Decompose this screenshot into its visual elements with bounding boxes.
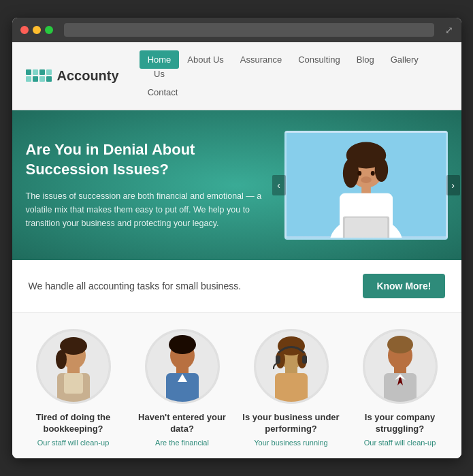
feature-card-2: Haven't entered your data? Are the finan… (132, 329, 233, 447)
cta-text: We handle all accounting tasks for small… (29, 281, 242, 291)
cta-section: We handle all accounting tasks for small… (12, 260, 461, 313)
hero-title: Are You in Denial About Succession Issue… (26, 140, 271, 179)
address-bar[interactable] (64, 23, 434, 37)
nav-item-home[interactable]: Home (140, 50, 180, 69)
logo-dot (33, 69, 38, 75)
features-grid: Tired of doing the bookkeeping? Our staf… (23, 329, 451, 447)
feature-card-4: Is your company struggling? Our staff wi… (350, 329, 451, 447)
person-svg-4 (365, 331, 436, 402)
svg-point-4 (342, 159, 358, 188)
person-svg-1 (38, 331, 109, 402)
feature-subtitle-3: Your business running (254, 438, 327, 447)
svg-rect-32 (302, 355, 307, 364)
browser-window: ⤢ Accounty Home Us About Us Assurance (12, 18, 461, 458)
logo-text: Accounty (57, 68, 119, 84)
minimize-button[interactable] (33, 26, 41, 34)
feature-avatar-4 (363, 329, 438, 404)
feature-title-2: Haven't entered your data? (132, 412, 233, 435)
logo: Accounty (26, 68, 119, 84)
feature-title-4: Is your company struggling? (350, 412, 451, 435)
svg-rect-34 (275, 373, 308, 402)
hero-svg (287, 131, 446, 238)
feature-title-3: Is your business under performing? (241, 412, 342, 435)
logo-dot (39, 69, 45, 75)
hero-image (284, 131, 448, 240)
feature-card-1: Tired of doing the bookkeeping? Our staf… (23, 329, 124, 447)
logo-grid (26, 69, 52, 82)
feature-subtitle-1: Our staff will clean-up (37, 438, 110, 447)
logo-dot (46, 69, 52, 75)
svg-point-10 (361, 176, 372, 183)
titlebar: ⤢ (12, 18, 461, 42)
slider-arrow-right[interactable]: › (446, 175, 460, 195)
feature-subtitle-4: Our staff will clean-up (364, 438, 436, 447)
features-section: Tired of doing the bookkeeping? Our staf… (12, 313, 461, 458)
hero-banner: Are You in Denial About Succession Issue… (12, 110, 461, 260)
feature-subtitle-2: Are the financial (155, 438, 209, 447)
hero-image-area: ‹ (284, 131, 448, 240)
nav-item-contact[interactable]: Contact (140, 83, 186, 101)
nav-item-gallery[interactable]: Gallery (382, 50, 427, 69)
nav-sub-us: Us (146, 69, 173, 83)
maximize-button[interactable] (45, 26, 53, 34)
person-svg-3 (256, 331, 327, 402)
feature-avatar-1 (36, 329, 111, 404)
slider-arrow-left[interactable]: ‹ (272, 175, 286, 195)
hero-body: The issues of succession are both financ… (26, 189, 271, 230)
logo-dot (33, 76, 38, 82)
logo-dot (39, 76, 45, 82)
hero-text: Are You in Denial About Succession Issue… (26, 140, 271, 229)
svg-rect-9 (344, 218, 387, 238)
svg-point-16 (56, 350, 67, 369)
logo-dot (46, 76, 52, 82)
nav-item-about[interactable]: About Us (179, 50, 231, 69)
feature-title-1: Tired of doing the bookkeeping? (23, 412, 124, 435)
nav-home-group: Home Us (140, 50, 180, 83)
site-header: Accounty Home Us About Us Assurance Cons… (12, 42, 461, 110)
nav-item-blog[interactable]: Blog (348, 50, 382, 69)
svg-point-37 (387, 336, 413, 353)
person-svg-2 (147, 331, 218, 402)
feature-avatar-3 (254, 329, 329, 404)
svg-point-5 (374, 158, 388, 182)
svg-rect-19 (64, 373, 83, 394)
nav-item-consulting[interactable]: Consulting (290, 50, 348, 69)
main-nav: Home Us About Us Assurance Consulting Bl… (140, 50, 448, 101)
fullscreen-icon[interactable]: ⤢ (445, 25, 453, 35)
svg-point-22 (169, 335, 196, 354)
svg-point-11 (357, 171, 361, 176)
nav-item-assurance[interactable]: Assurance (232, 50, 290, 69)
feature-avatar-2 (145, 329, 220, 404)
logo-dot (26, 69, 31, 75)
know-more-button[interactable]: Know More! (363, 274, 444, 298)
logo-dot (26, 76, 31, 82)
close-button[interactable] (20, 26, 29, 34)
feature-card-3: Is your business under performing? Your … (241, 329, 342, 447)
svg-point-12 (370, 171, 374, 176)
